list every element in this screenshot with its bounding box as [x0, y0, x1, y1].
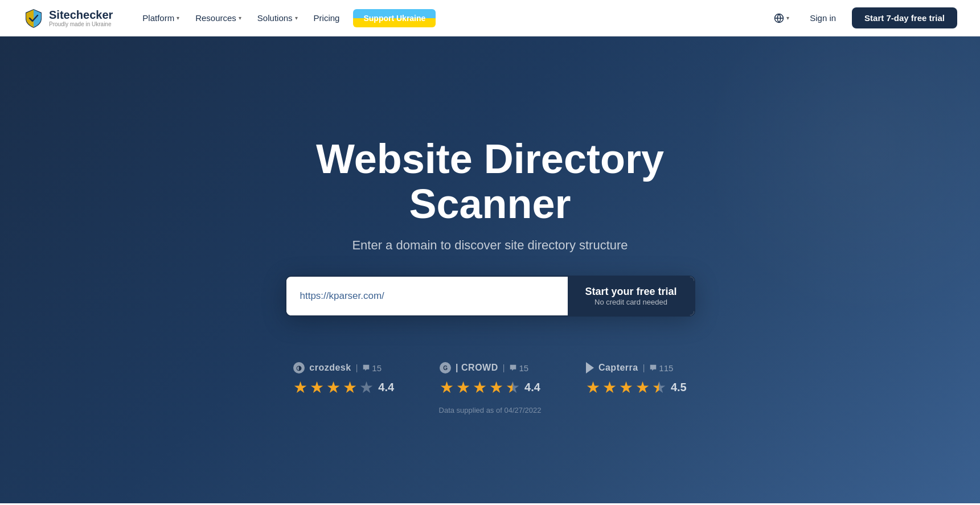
ratings-wrapper: ◑ crozdesk | 15 ★ ★ ★ ★ ★ 4.4 [293, 317, 686, 414]
language-selector-button[interactable]: ▾ [769, 10, 794, 27]
navbar: Sitechecker Proudly made in Ukraine Plat… [0, 0, 980, 36]
comment-icon-g2: 15 [509, 363, 528, 373]
rating-g2crowd: G | CROWD | 15 ★ ★ ★ ★ ★ 4.4 [440, 362, 540, 397]
comment-icon-crozdesk: 15 [362, 363, 382, 373]
stars-row-capterra: ★ ★ ★ ★ ★ 4.5 [586, 378, 687, 397]
search-box: Start your free trial No credit card nee… [285, 276, 695, 317]
chevron-down-icon: ▾ [786, 15, 789, 21]
data-supplied-text: Data supplied as of 04/27/2022 [439, 406, 542, 414]
support-ukraine-button[interactable]: Support Ukraine [353, 9, 436, 27]
cta-sub-label: No credit card needed [594, 298, 667, 306]
logo-link[interactable]: Sitechecker Proudly made in Ukraine [23, 7, 113, 29]
rating-header-crozdesk: ◑ crozdesk | 15 [293, 362, 382, 373]
ratings-section: ◑ crozdesk | 15 ★ ★ ★ ★ ★ 4.4 [293, 362, 686, 397]
hero-section: Website Directory Scanner Enter a domain… [0, 36, 980, 503]
nav-pricing[interactable]: Pricing [307, 9, 347, 27]
sign-in-button[interactable]: Sign in [803, 9, 843, 27]
nav-platform[interactable]: Platform ▾ [136, 9, 186, 27]
nav-links: Platform ▾ Resources ▾ Solutions ▾ Prici… [136, 9, 769, 27]
chevron-down-icon: ▾ [239, 15, 241, 21]
logo-icon [23, 7, 44, 29]
hero-subtitle: Enter a domain to discover site director… [352, 238, 628, 253]
crozdesk-icon: ◑ [293, 362, 305, 373]
nav-solutions[interactable]: Solutions ▾ [251, 9, 305, 27]
cta-main-label: Start your free trial [585, 286, 676, 298]
hero-title: Website Directory Scanner [234, 137, 747, 227]
chevron-down-icon: ▾ [295, 15, 298, 21]
rating-header-g2: G | CROWD | 15 [440, 362, 528, 373]
chevron-down-icon: ▾ [177, 15, 179, 21]
g2-icon: G [440, 362, 451, 373]
rating-capterra: Capterra | 115 ★ ★ ★ ★ ★ 4.5 [586, 362, 687, 397]
nav-right: ▾ Sign in Start 7-day free trial [769, 7, 957, 28]
globe-icon [774, 13, 784, 23]
rating-crozdesk: ◑ crozdesk | 15 ★ ★ ★ ★ ★ 4.4 [293, 362, 394, 397]
stars-row-g2: ★ ★ ★ ★ ★ 4.4 [440, 378, 540, 397]
comment-icon-capterra: 115 [649, 363, 673, 373]
search-input[interactable] [286, 280, 568, 312]
capterra-icon [586, 362, 594, 373]
stars-row-crozdesk: ★ ★ ★ ★ ★ 4.4 [293, 378, 394, 397]
logo-text: Sitechecker Proudly made in Ukraine [49, 9, 113, 27]
nav-resources[interactable]: Resources ▾ [188, 9, 248, 27]
rating-header-capterra: Capterra | 115 [586, 362, 673, 373]
start-trial-button[interactable]: Start 7-day free trial [852, 7, 957, 28]
search-cta-button[interactable]: Start your free trial No credit card nee… [568, 277, 694, 316]
